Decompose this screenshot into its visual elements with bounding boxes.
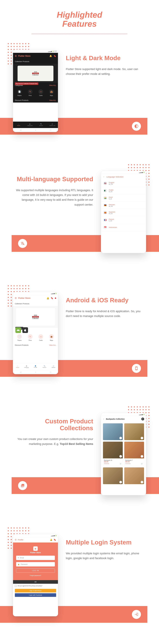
notification-icon[interactable]: 🔔 xyxy=(49,55,52,57)
menu-icon[interactable]: ☰ xyxy=(15,55,17,57)
product-card[interactable] xyxy=(103,423,123,440)
phone-mockup-login: ▂ ▃ ▅ 🔋 ☰ Profile 🔔 🔖 ◧ Flutter Store ✉E… xyxy=(13,534,58,616)
status-bar: ▂ ▃ ▅ 🔋 xyxy=(101,171,146,174)
hero-banner[interactable]: 2020 Christmas Collection Buy here xyxy=(13,306,58,328)
cat-item[interactable]: 📄Papers xyxy=(15,90,24,96)
product-grid: Backpack 10 $20.00 ★★★★★🛒 Backpack 7 $65… xyxy=(101,422,146,486)
view-all-link[interactable]: View ALL xyxy=(49,84,56,86)
section-label: Collection Products xyxy=(13,302,58,306)
app-header: ☰ Flutter Store 🔔 🔖 xyxy=(13,295,58,302)
screen-title: Backpacks Collection xyxy=(106,418,125,420)
tab-home[interactable]: ⌂Home xyxy=(13,363,22,370)
lock-icon: 🔒 xyxy=(18,563,20,565)
profile-header: ☰ Profile 🔔 🔖 xyxy=(13,537,58,542)
list-item[interactable]: 🇮🇩Indonesian xyxy=(101,224,146,231)
cat-item[interactable]: ✎Pens xyxy=(26,334,35,341)
app-title: Flutter Store xyxy=(18,297,31,299)
tab-basket[interactable]: 🛒Basket xyxy=(49,363,58,370)
list-item[interactable]: 🇫🇷Frenchfr_FR xyxy=(101,216,146,224)
tab-bar: ⌂Home ▦Categories 🔍Search 🛒Basket List xyxy=(13,122,58,128)
tab-category[interactable]: ▦Category xyxy=(22,363,31,370)
login-form: ◧ Flutter Store ✉Email 🔒Password LOG IN … xyxy=(13,542,58,580)
view-all-link[interactable]: View ALL xyxy=(49,99,56,101)
cat-item[interactable]: ▭Cards xyxy=(36,334,46,341)
product-card[interactable]: Backpack 10 $20.00 ★★★★★🛒 xyxy=(103,442,123,466)
tab-search[interactable]: 🔍Search xyxy=(40,363,49,370)
title-line1: Highlighted xyxy=(57,10,102,20)
tab-categories[interactable]: ▦Categories xyxy=(24,122,36,128)
product-card[interactable] xyxy=(124,423,144,440)
notification-icon[interactable]: 🔔 xyxy=(50,539,52,541)
bookmark-icon[interactable]: 🔖 xyxy=(54,539,56,541)
divider xyxy=(32,34,127,34)
hero-year: 2020 xyxy=(32,314,39,316)
forgot-password-link[interactable]: Forgot password? xyxy=(16,575,55,576)
list-item[interactable]: 🇺🇸Englishen_US xyxy=(101,180,146,187)
feature-description: We supported multiple languages includin… xyxy=(13,188,93,207)
section-label: Discount Products View ALL xyxy=(13,98,58,102)
tab-home[interactable]: ⌂Home xyxy=(13,122,24,128)
list-item[interactable]: 🇮🇳Hindihi_IN xyxy=(101,194,146,202)
cta-button[interactable]: Buy here for Collection Products Now xyxy=(15,82,38,85)
list-item[interactable]: 🇩🇿Arabicar_DZ xyxy=(101,187,146,194)
product-card[interactable] xyxy=(103,467,123,484)
feature-description: Flutter Store is ready for Android & iOS… xyxy=(66,309,146,318)
apple-icon xyxy=(22,327,28,333)
or-separator: OR xyxy=(13,580,58,584)
page-title: Highlighted Features xyxy=(0,0,159,32)
android-navbar: ◁○□ xyxy=(13,128,58,132)
view-all-link[interactable]: View ALL xyxy=(49,344,56,346)
tab-search[interactable]: 🔍Search xyxy=(36,122,47,128)
tab-profile[interactable]: 👤Profile xyxy=(31,363,40,370)
bold-text: Top10 Best Selling Items xyxy=(60,442,93,446)
back-icon[interactable]: ← xyxy=(103,176,105,178)
screen-title: Profile xyxy=(18,539,23,541)
feature-light-dark: ▂ ▃ ▅ 🔋 4:15 ☰ Flutter Store 🔔 🔖 Collect… xyxy=(0,50,159,148)
product-name: Backpack 7 xyxy=(125,460,143,461)
app-title: Flutter Store xyxy=(18,55,31,57)
hero-ribbon: Christmas xyxy=(32,73,39,74)
badge-icon xyxy=(55,298,56,299)
list-item[interactable]: 🇪🇸Spainishes_ES xyxy=(101,209,146,216)
product-card[interactable]: Backpack 7 $65.00 ★★★★★🛒 xyxy=(124,442,144,466)
bookmark-icon[interactable]: 🔖 xyxy=(54,55,56,57)
add-cart-icon[interactable]: 🛒 xyxy=(141,462,143,465)
email-field[interactable]: ✉Email xyxy=(16,556,55,560)
product-card[interactable] xyxy=(124,467,144,484)
login-button[interactable]: LOG IN xyxy=(16,568,55,573)
android-navbar: ◁○□ xyxy=(13,370,58,374)
add-cart-icon[interactable]: 🛒 xyxy=(119,462,122,465)
password-field[interactable]: 🔒Password xyxy=(16,562,55,566)
hero-subtitle: Collection xyxy=(32,318,39,319)
menu-icon[interactable]: ☰ xyxy=(15,539,17,541)
status-bar: ▂ ▃ ▅ 🔋 xyxy=(101,413,146,416)
phone-mockup-dark: ▂ ▃ ▅ 🔋 4:15 ☰ Flutter Store 🔔 🔖 Collect… xyxy=(13,50,58,132)
phone-signin-button[interactable]: Sign In with Phone xyxy=(15,589,56,592)
menu-icon[interactable]: ☰ xyxy=(15,297,17,299)
tab-basket[interactable]: 🛒Basket List xyxy=(47,122,58,128)
hero-banner[interactable]: 2020 Christmas Collection Buy here for C… xyxy=(13,64,58,83)
category-row: 📄Papers ✎Pens ▭Cards 👜Bags xyxy=(13,88,58,98)
feature-platforms: ▂ ▃ ▅ 🔋 ☰ Flutter Store 🔔 🔖 Collection P… xyxy=(0,292,159,390)
cat-item[interactable]: 📄Papers xyxy=(15,334,24,341)
cat-item[interactable]: ✎Pens xyxy=(26,90,35,96)
cat-item[interactable]: 👜Bags xyxy=(47,90,56,96)
feature-heading: Custom Product Collections xyxy=(13,418,93,432)
feature-description: You can create your own custom product c… xyxy=(13,437,93,446)
bookmark-icon[interactable]: 🔖 xyxy=(51,297,53,299)
back-icon[interactable]: ← xyxy=(103,418,105,420)
checkbox[interactable] xyxy=(15,585,17,587)
title-line2: Features xyxy=(62,19,97,28)
feature-heading: Android & iOS Ready xyxy=(66,297,146,304)
section-label: Discount Products View ALL xyxy=(13,343,58,347)
platform-badges xyxy=(15,327,28,333)
cat-item[interactable]: 👜Bags xyxy=(47,334,56,341)
close-icon[interactable]: ✕ xyxy=(141,418,144,420)
notification-icon[interactable]: 🔔 xyxy=(47,297,49,299)
agreement-row[interactable]: Are you agreement this privacy and polic… xyxy=(13,584,58,588)
cat-item[interactable]: ▭Cards xyxy=(36,90,46,96)
list-item[interactable]: 🇩🇪Germande_DE xyxy=(101,202,146,209)
facebook-login-button[interactable]: Login with Facebook xyxy=(15,593,56,597)
hero-year: 2020 xyxy=(34,71,37,73)
language-header: ← Language Selection xyxy=(101,174,146,180)
